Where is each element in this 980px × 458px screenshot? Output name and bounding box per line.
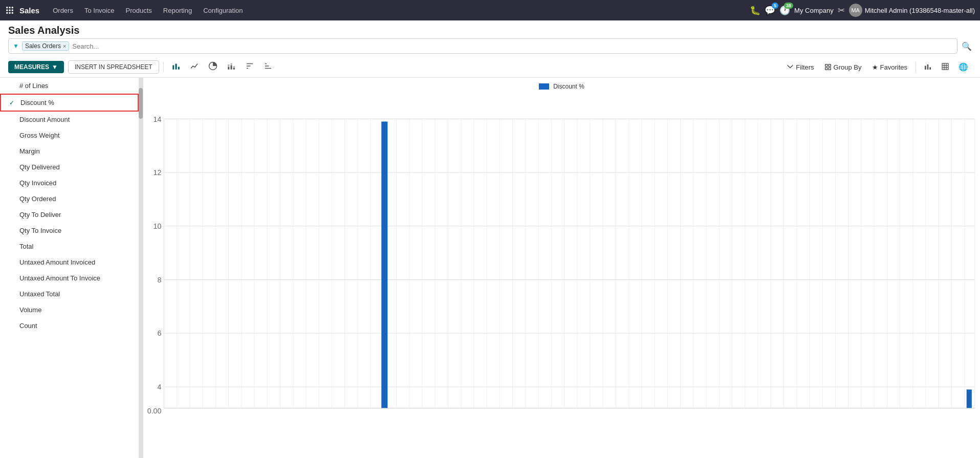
- svg-rect-14: [228, 64, 229, 67]
- item-label-qty_delivered: Qty Delivered: [19, 163, 60, 171]
- debug-icon[interactable]: 🐛: [750, 5, 760, 16]
- svg-rect-31: [929, 67, 931, 70]
- dropdown-item-qty_delivered[interactable]: Qty Delivered: [0, 159, 139, 175]
- line-chart-button[interactable]: [186, 59, 203, 75]
- svg-rect-28: [829, 68, 831, 70]
- svg-rect-18: [233, 66, 234, 67]
- apps-menu-icon[interactable]: [5, 6, 14, 15]
- item-label-untaxed_invoiced: Untaxed Amount Invoiced: [19, 258, 95, 266]
- view-table-icon[interactable]: [938, 60, 953, 75]
- menu-configuration[interactable]: Configuration: [198, 5, 248, 16]
- dropdown-item-total[interactable]: Total: [0, 238, 139, 254]
- measures-button[interactable]: MEASURES ▼: [8, 61, 64, 73]
- pie-chart-button[interactable]: [205, 59, 221, 75]
- insert-spreadsheet-button[interactable]: INSERT IN SPREADSHEET: [68, 60, 159, 74]
- filters-button[interactable]: Filters: [782, 61, 818, 74]
- item-label-discount_pct: Discount %: [20, 99, 54, 106]
- search-input[interactable]: [72, 42, 953, 50]
- star-icon: ★: [872, 63, 878, 71]
- dropdown-item-discount_pct[interactable]: ✓Discount %: [0, 94, 139, 112]
- item-label-volume: Volume: [19, 306, 41, 314]
- dropdown-item-untaxed_invoiced[interactable]: Untaxed Amount Invoiced: [0, 254, 139, 270]
- menu-products[interactable]: Products: [120, 5, 157, 16]
- svg-rect-16: [230, 63, 232, 65]
- item-label-discount_amount: Discount Amount: [19, 116, 70, 123]
- item-label-total: Total: [19, 243, 33, 250]
- dropdown-scroll: # of Lines✓Discount %Discount AmountGros…: [0, 78, 143, 458]
- svg-rect-17: [233, 68, 234, 70]
- tag-close-icon[interactable]: ×: [63, 43, 66, 49]
- search-bar[interactable]: ▼ Sales Orders ×: [8, 38, 957, 54]
- menu-to-invoice[interactable]: To Invoice: [79, 5, 120, 16]
- favorites-label: Favorites: [880, 63, 907, 71]
- item-label-qty_to_deliver: Qty To Deliver: [19, 211, 61, 219]
- dropdown-item-qty_ordered[interactable]: Qty Ordered: [0, 191, 139, 207]
- bar-chart-button[interactable]: [168, 59, 184, 75]
- svg-rect-30: [927, 64, 929, 70]
- svg-rect-32: [942, 63, 948, 70]
- scrollbar[interactable]: [139, 78, 143, 458]
- item-label-gross_weight: Gross Weight: [19, 132, 60, 139]
- measures-label: MEASURES: [14, 63, 49, 71]
- dropdown-item-gross_weight[interactable]: Gross Weight: [0, 127, 139, 143]
- svg-rect-115: [967, 389, 972, 408]
- svg-rect-10: [175, 64, 177, 70]
- stacked-chart-button[interactable]: [223, 59, 239, 75]
- toolbar: MEASURES ▼ INSERT IN SPREADSHEET Filters: [0, 57, 980, 78]
- svg-text:10: 10: [154, 222, 162, 230]
- svg-rect-15: [230, 66, 232, 70]
- separator-1: [163, 62, 164, 72]
- sort-desc-button[interactable]: [260, 59, 276, 75]
- activity-icon[interactable]: 🕐38: [779, 5, 790, 16]
- search-button[interactable]: 🔍: [962, 41, 972, 51]
- user-menu[interactable]: MA Mitchell Admin (19386548-master-all): [849, 4, 975, 17]
- dropdown-list: # of Lines✓Discount %Discount AmountGros…: [0, 78, 139, 458]
- search-tag-sales-orders: Sales Orders ×: [22, 41, 69, 51]
- dropdown-item-qty_to_deliver[interactable]: Qty To Deliver: [0, 207, 139, 223]
- separator-2: [916, 62, 916, 72]
- page: Sales Analysis ▼ Sales Orders × 🔍 MEASUR…: [0, 20, 980, 458]
- check-icon-discount_pct: ✓: [9, 99, 16, 106]
- dropdown-item-qty_to_invoice[interactable]: Qty To Invoice: [0, 223, 139, 238]
- dropdown-item-discount_amount[interactable]: Discount Amount: [0, 112, 139, 127]
- main-area: # of Lines✓Discount %Discount AmountGros…: [0, 78, 980, 458]
- item-label-count: Count: [19, 322, 37, 330]
- dropdown-item-untaxed_total[interactable]: Untaxed Total: [0, 286, 139, 302]
- svg-rect-25: [825, 64, 827, 67]
- chart-legend: Discount %: [143, 83, 980, 90]
- chart-svg: 14 12 10 8 6 4 0.00 07 Sep 2021 13 Sep 2…: [143, 92, 980, 458]
- scrollbar-thumb[interactable]: [139, 88, 143, 119]
- dropdown-item-untaxed_to_invoice[interactable]: Untaxed Amount To Invoice: [0, 270, 139, 286]
- sort-asc-button[interactable]: [242, 59, 258, 75]
- subheader: Sales Analysis: [0, 20, 980, 38]
- svg-rect-0: [6, 7, 8, 8]
- company-name[interactable]: My Company: [794, 7, 834, 14]
- discuss-icon[interactable]: 💬5: [765, 5, 775, 16]
- svg-rect-26: [829, 64, 831, 67]
- item-label-qty_ordered: Qty Ordered: [19, 195, 56, 203]
- dropdown-item-count[interactable]: Count: [0, 318, 139, 334]
- dropdown-item-volume[interactable]: Volume: [0, 302, 139, 318]
- item-label-margin: Margin: [19, 147, 40, 155]
- view-globe-icon[interactable]: 🌐: [955, 60, 972, 74]
- svg-rect-4: [9, 10, 11, 11]
- svg-rect-29: [925, 66, 926, 69]
- dropdown-item-qty_invoiced[interactable]: Qty Invoiced: [0, 175, 139, 191]
- group-by-button[interactable]: Group By: [820, 61, 866, 74]
- svg-rect-7: [9, 12, 11, 14]
- svg-rect-114: [381, 122, 387, 408]
- dropdown-item-lines[interactable]: # of Lines: [0, 78, 139, 94]
- favorites-button[interactable]: ★ Favorites: [868, 61, 911, 74]
- menu-reporting[interactable]: Reporting: [158, 5, 197, 16]
- svg-rect-6: [6, 12, 8, 14]
- item-label-untaxed_to_invoice: Untaxed Amount To Invoice: [19, 274, 100, 282]
- menu-orders[interactable]: Orders: [48, 5, 78, 16]
- settings-icon[interactable]: ✂: [838, 5, 845, 16]
- svg-rect-8: [12, 12, 13, 14]
- filters-label: Filters: [796, 63, 814, 71]
- dropdown-item-margin[interactable]: Margin: [0, 143, 139, 159]
- group-by-label: Group By: [834, 63, 862, 71]
- avatar: MA: [849, 4, 862, 17]
- view-bar-icon[interactable]: [920, 60, 935, 75]
- item-label-qty_invoiced: Qty Invoiced: [19, 179, 56, 187]
